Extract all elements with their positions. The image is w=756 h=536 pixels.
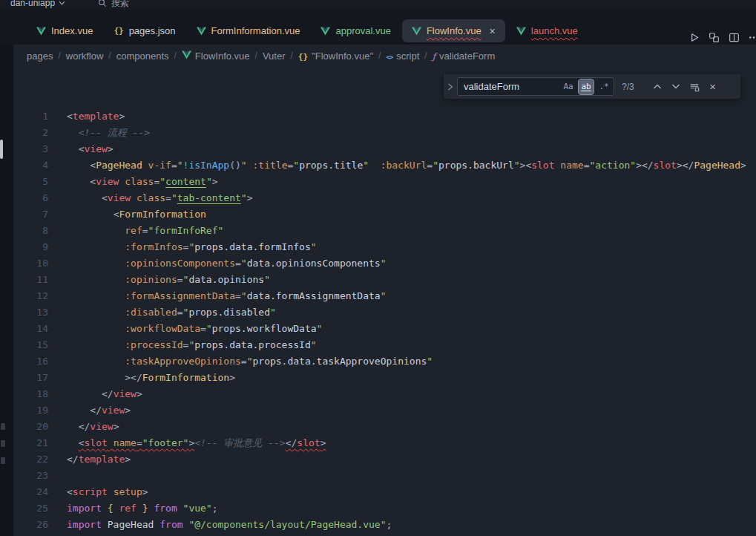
more-actions-button[interactable] — [747, 30, 756, 44]
breadcrumb-item--flowinfo-vue-[interactable]: {}"FlowInfo.vue" — [298, 50, 373, 62]
editor-group: pages/workflow/components/FlowInfo.vue/V… — [13, 45, 756, 536]
line-number[interactable]: 17 — [13, 370, 48, 386]
breadcrumb-label: FlowInfo.vue — [195, 50, 250, 62]
line-number[interactable]: 23 — [13, 468, 48, 484]
line-number[interactable]: 25 — [13, 500, 48, 517]
line-number[interactable]: 15 — [13, 337, 48, 353]
code-line-22[interactable]: 22</template> — [13, 451, 756, 468]
code-line-9[interactable]: 9 :formInfos="props.data.formInfos" — [13, 239, 756, 255]
line-number[interactable]: 8 — [13, 223, 48, 239]
line-number[interactable]: 21 — [13, 435, 48, 451]
line-number[interactable]: 22 — [13, 451, 48, 468]
script-symbol-icon: <> — [386, 50, 392, 62]
code-text: <view class="tab-content"> — [48, 190, 252, 206]
breadcrumb: pages/workflow/components/FlowInfo.vue/V… — [13, 45, 756, 67]
line-number[interactable]: 19 — [13, 402, 48, 419]
code-text: <PageHead v-if="!isInApp()" :title="prop… — [48, 157, 746, 174]
tab-pages-json[interactable]: {}pages.json — [104, 19, 185, 42]
regex-toggle[interactable]: .* — [596, 79, 611, 94]
line-number[interactable]: 26 — [13, 517, 48, 533]
code-line-5[interactable]: 5 <view class="content"> — [13, 174, 756, 190]
code-line-16[interactable]: 16 :taskApproveOpinions="props.data.task… — [13, 353, 756, 370]
previous-match-button[interactable] — [649, 79, 665, 95]
code-line-3[interactable]: 3 <view> — [13, 141, 756, 157]
code-line-10[interactable]: 10 :opinionsComponents="data.opinionsCom… — [13, 255, 756, 272]
line-number[interactable]: 14 — [13, 321, 48, 337]
code-line-21[interactable]: 21 <slot name="footer"><!-- 审批意见 --></sl… — [13, 435, 756, 451]
line-number[interactable]: 10 — [13, 255, 48, 272]
close-tab-icon[interactable]: × — [490, 26, 496, 36]
sidebar-sash[interactable] — [0, 45, 13, 536]
code-area[interactable]: 1<template>2 <!-- 流程 -->3 <view>4 <PageH… — [13, 67, 756, 533]
code-text: <script setup> — [48, 484, 148, 500]
tab-launch-vue[interactable]: launch.vue — [507, 19, 588, 42]
code-line-2[interactable]: 2 <!-- 流程 --> — [13, 125, 756, 141]
tab-flowinfo-vue[interactable]: FlowInfo.vue× — [402, 19, 505, 42]
line-number[interactable]: 7 — [13, 206, 48, 223]
breadcrumb-item-flowinfo-vue[interactable]: FlowInfo.vue — [182, 50, 250, 62]
code-line-12[interactable]: 12 :formAssignmentData="data.formAssignm… — [13, 288, 756, 304]
code-line-14[interactable]: 14 :workflowData="props.workflowData" — [13, 321, 756, 337]
open-changes-icon[interactable] — [707, 30, 720, 44]
vue-file-icon — [36, 27, 46, 36]
code-line-18[interactable]: 18 </view> — [13, 386, 756, 402]
breadcrumb-item-workflow[interactable]: workflow — [66, 50, 104, 62]
sidebar-drag-indicator[interactable] — [0, 140, 3, 159]
titlebar-search[interactable]: 搜索 — [98, 0, 129, 10]
code-line-17[interactable]: 17 ></FormInformation> — [13, 370, 756, 386]
strip-fragment — [1, 423, 5, 430]
line-number[interactable]: 6 — [13, 190, 48, 206]
line-number[interactable]: 12 — [13, 288, 48, 304]
project-menu[interactable]: dan-uniapp — [10, 0, 65, 8]
run-button[interactable] — [687, 30, 700, 44]
tab-forminformation-vue[interactable]: FormInformation.vue — [187, 19, 310, 42]
code-line-6[interactable]: 6 <view class="tab-content"> — [13, 190, 756, 206]
line-number[interactable]: 13 — [13, 304, 48, 321]
line-number[interactable]: 9 — [13, 239, 48, 255]
code-text: :processId="props.data.processId" — [48, 337, 317, 353]
toggle-replace-icon[interactable] — [444, 74, 457, 99]
breadcrumb-item-validateform[interactable]: ƒvalidateForm — [433, 50, 496, 62]
find-in-selection-button[interactable] — [686, 79, 703, 95]
code-line-26[interactable]: 26import PageHead from "@/components/lay… — [13, 517, 756, 533]
code-line-15[interactable]: 15 :processId="props.data.processId" — [13, 337, 756, 353]
breadcrumb-separator: / — [291, 50, 293, 61]
tab-approval-vue[interactable]: approval.vue — [311, 19, 400, 42]
code-line-8[interactable]: 8 ref="formInfoRef" — [13, 223, 756, 239]
split-editor-button[interactable] — [727, 30, 740, 44]
code-line-13[interactable]: 13 :disabled="props.disabled" — [13, 304, 756, 321]
vue-file-icon — [182, 50, 191, 62]
code-line-20[interactable]: 20 </view> — [13, 419, 756, 435]
code-line-23[interactable]: 23 — [13, 468, 756, 484]
breadcrumb-item-script[interactable]: <>script — [386, 50, 419, 62]
code-line-11[interactable]: 11 :opinions="data.opinions" — [13, 272, 756, 288]
close-find-icon[interactable]: × — [705, 79, 721, 95]
line-number[interactable]: 1 — [13, 108, 48, 125]
breadcrumb-item-pages[interactable]: pages — [27, 50, 53, 62]
code-line-7[interactable]: 7 <FormInformation — [13, 206, 756, 223]
line-number[interactable]: 5 — [13, 174, 48, 190]
whole-word-label: ab — [581, 82, 591, 91]
line-number[interactable]: 3 — [13, 141, 48, 157]
find-input[interactable] — [458, 81, 553, 92]
match-case-toggle[interactable]: Aa — [561, 79, 576, 94]
code-line-4[interactable]: 4 <PageHead v-if="!isInApp()" :title="pr… — [13, 157, 756, 174]
line-number[interactable]: 2 — [13, 125, 48, 141]
whole-word-toggle[interactable]: ab — [579, 79, 594, 94]
line-number[interactable]: 18 — [13, 386, 48, 402]
line-number[interactable]: 16 — [13, 353, 48, 370]
next-match-button[interactable] — [668, 79, 684, 95]
code-line-24[interactable]: 24<script setup> — [13, 484, 756, 500]
line-number[interactable]: 24 — [13, 484, 48, 500]
code-line-25[interactable]: 25import { ref } from "vue"; — [13, 500, 756, 517]
line-number[interactable]: 11 — [13, 272, 48, 288]
line-number[interactable]: 20 — [13, 419, 48, 435]
project-name: dan-uniapp — [10, 0, 55, 8]
breadcrumb-item-components[interactable]: components — [116, 50, 169, 62]
code-line-19[interactable]: 19 </view> — [13, 402, 756, 419]
breadcrumb-item-vuter[interactable]: Vuter — [263, 50, 286, 62]
code-line-1[interactable]: 1<template> — [13, 108, 756, 125]
vue-file-icon — [197, 27, 206, 36]
tab-index-vue[interactable]: Index.vue — [27, 19, 102, 42]
line-number[interactable]: 4 — [13, 157, 48, 174]
